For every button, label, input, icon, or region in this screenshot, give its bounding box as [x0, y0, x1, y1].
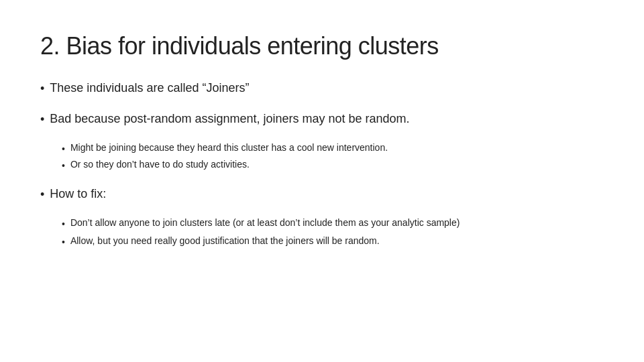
bullet-text-bad: Bad because post-random assignment, join…: [50, 110, 409, 128]
bullet-sub-bad-1: • Might be joining because they heard th…: [62, 141, 604, 156]
bullet-text-fix-sub2: Allow, but you need really good justific…: [70, 234, 380, 248]
bullet-text-fix: How to fix:: [50, 185, 106, 203]
bullet-fix-section: • How to fix: • Don’t allow anyone to jo…: [40, 185, 604, 249]
bullet-sub-bad-2: • Or so they don’t have to do study acti…: [62, 158, 604, 173]
bullet-fix-subs: • Don’t allow anyone to join clusters la…: [62, 216, 604, 249]
bullet-text-bad-sub1: Might be joining because they heard this…: [70, 141, 388, 155]
bullet-dot-fix-sub2: •: [62, 235, 65, 249]
bullet-text-fix-sub1: Don’t allow anyone to join clusters late…: [70, 216, 460, 230]
bullet-dot-bad-sub2: •: [62, 159, 65, 173]
bullet-dot-bad: •: [40, 111, 44, 129]
bullet-bad: • Bad because post-random assignment, jo…: [40, 110, 604, 129]
bullet-dot-bad-sub1: •: [62, 142, 65, 156]
bullet-text-joiners: These individuals are called “Joiners”: [50, 79, 249, 97]
bullet-bad-section: • Bad because post-random assignment, jo…: [40, 110, 604, 173]
slide-content: • These individuals are called “Joiners”…: [40, 79, 604, 249]
bullet-dot-joiners: •: [40, 80, 44, 98]
bullet-fix: • How to fix:: [40, 185, 604, 204]
slide-title: 2. Bias for individuals entering cluster…: [40, 32, 604, 60]
slide: 2. Bias for individuals entering cluster…: [0, 0, 644, 362]
bullet-text-bad-sub2: Or so they don’t have to do study activi…: [70, 158, 250, 172]
bullet-joiners: • These individuals are called “Joiners”: [40, 79, 604, 98]
bullet-sub-fix-1: • Don’t allow anyone to join clusters la…: [62, 216, 604, 231]
bullet-sub-fix-2: • Allow, but you need really good justif…: [62, 234, 604, 249]
bullet-bad-subs: • Might be joining because they heard th…: [62, 141, 604, 173]
bullet-dot-fix: •: [40, 186, 44, 204]
bullet-dot-fix-sub1: •: [62, 217, 65, 231]
